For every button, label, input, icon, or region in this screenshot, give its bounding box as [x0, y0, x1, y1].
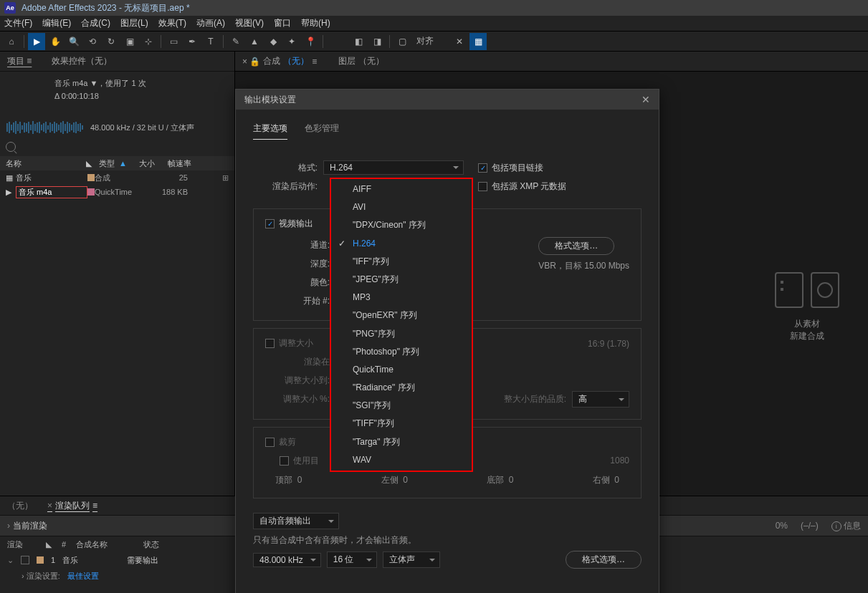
format-option[interactable]: "Targa" 序列	[331, 433, 472, 451]
tool-fill-icon[interactable]: ▦	[469, 33, 487, 50]
home-icon[interactable]: ⌂	[3, 33, 20, 50]
roto-tool-icon[interactable]: ✦	[283, 33, 300, 50]
puppet-tool-icon[interactable]: 📍	[302, 33, 319, 50]
menubar: 文件(F) 编辑(E) 合成(C) 图层(L) 效果(T) 动画(A) 视图(V…	[0, 16, 868, 32]
audio-mode-select[interactable]: 自动音频输出	[253, 513, 339, 529]
use-roi-checkbox[interactable]	[280, 456, 289, 466]
eraser-tool-icon[interactable]: ◆	[264, 33, 282, 50]
zoom-tool-icon[interactable]: 🔍	[65, 33, 82, 50]
crop-checkbox[interactable]	[265, 438, 275, 447]
tab-composition[interactable]: × 🔒 合成 （无） ≡	[242, 55, 317, 67]
render-checkbox[interactable]	[21, 556, 29, 564]
menu-effect[interactable]: 效果(T)	[158, 17, 186, 29]
audio-note: 只有当合成中含有音频时，才会输出音频。	[253, 534, 416, 546]
format-option[interactable]: QuickTime	[331, 361, 472, 379]
audio-bit-select[interactable]: 16 位	[327, 551, 377, 568]
rect-tool-icon[interactable]: ▭	[165, 33, 182, 50]
3d-icon[interactable]: ◧	[350, 33, 367, 50]
menu-help[interactable]: 帮助(H)	[301, 17, 330, 29]
app-logo: Ae	[4, 2, 16, 14]
video-output-checkbox[interactable]	[265, 219, 275, 228]
resize-quality-select[interactable]: 高	[572, 391, 629, 408]
camera-tool-icon[interactable]: ▣	[121, 33, 138, 50]
anchor-tool-icon[interactable]: ⊹	[140, 33, 157, 50]
format-option[interactable]: AIFF	[331, 180, 472, 198]
project-item[interactable]: ▶ 音乐 m4a QuickTime 188 KB	[0, 185, 234, 199]
tab-render-queue[interactable]: × 渲染队列 ≡	[47, 500, 97, 512]
current-render-label: 当前渲染	[13, 520, 47, 532]
format-option[interactable]: "TIFF"序列	[331, 415, 472, 433]
brush-tool-icon[interactable]: ✎	[227, 33, 244, 50]
new-comp-placeholder-icon	[775, 272, 839, 308]
tab-effect-controls[interactable]: 效果控件（无）	[52, 55, 112, 67]
audio-hz-select[interactable]: 48.000 kHz	[253, 553, 321, 567]
project-item[interactable]: ▦ 音乐 合成 25 ⊞	[0, 170, 234, 185]
format-option[interactable]: "IFF"序列	[331, 253, 472, 271]
menu-composition[interactable]: 合成(C)	[81, 17, 110, 29]
menu-window[interactable]: 窗口	[274, 17, 291, 29]
format-option[interactable]: H.264	[331, 235, 472, 253]
tool-x-icon[interactable]: ✕	[451, 33, 468, 50]
include-xmp-checkbox[interactable]	[478, 182, 487, 191]
placeholder-text: 新建合成	[775, 330, 839, 342]
selection-tool-icon[interactable]: ▶	[28, 33, 45, 50]
menu-view[interactable]: 视图(V)	[235, 17, 264, 29]
tab-timeline-none[interactable]: （无）	[7, 500, 33, 512]
audio-format-options-button[interactable]: 格式选项…	[566, 551, 642, 569]
snap-icon[interactable]: ▢	[394, 33, 411, 50]
format-option[interactable]: "JPEG"序列	[331, 271, 472, 289]
audio-spec: 48.000 kHz / 32 bit U / 立体声	[90, 122, 194, 133]
format-option[interactable]: "Photoshop" 序列	[331, 343, 472, 361]
pen-tool-icon[interactable]: ✒	[183, 33, 201, 50]
format-option[interactable]: MP3	[331, 289, 472, 307]
menu-file[interactable]: 文件(F)	[4, 17, 32, 29]
format-option[interactable]: "Radiance" 序列	[331, 379, 472, 397]
col-fps[interactable]: 帧速率	[168, 158, 191, 169]
tab-project[interactable]: 项目 ≡	[7, 55, 32, 67]
format-select[interactable]: H.264	[323, 160, 464, 175]
format-dropdown-list: AIFFAVI"DPX/Cineon" 序列H.264"IFF"序列"JPEG"…	[330, 178, 473, 472]
info-icon[interactable]: i	[831, 521, 841, 531]
format-option[interactable]: "OpenEXR" 序列	[331, 307, 472, 324]
toolbar: ⌂ ▶ ✋ 🔍 ⟲ ↻ ▣ ⊹ ▭ ✒ T ✎ ▲ ◆ ✦ 📍 ◧ ◨ ▢ 对齐…	[0, 32, 868, 52]
rotate-tool-icon[interactable]: ↻	[102, 33, 120, 50]
asset-name: 音乐 m4a ▼	[54, 79, 97, 87]
resize-checkbox[interactable]	[265, 339, 275, 348]
titlebar: Ae Adobe After Effects 2023 - 无标题项目.aep …	[0, 0, 868, 16]
placeholder-text: 从素材	[775, 318, 839, 330]
format-option[interactable]: "DPX/Cineon" 序列	[331, 216, 472, 234]
format-option[interactable]: "SGI"序列	[331, 397, 472, 415]
format-option[interactable]: "PNG"序列	[331, 325, 472, 343]
col-size[interactable]: 大小	[139, 158, 155, 169]
tab-main-options[interactable]: 主要选项	[253, 122, 287, 140]
orbit-tool-icon[interactable]: ⟲	[84, 33, 101, 50]
app-title: Adobe After Effects 2023 - 无标题项目.aep *	[22, 2, 190, 14]
search-icon[interactable]	[6, 142, 16, 152]
waveform-icon	[6, 120, 85, 135]
format-option[interactable]: AVI	[331, 198, 472, 216]
audio-channel-select[interactable]: 立体声	[383, 551, 440, 568]
text-tool-icon[interactable]: T	[202, 33, 219, 50]
menu-layer[interactable]: 图层(L)	[120, 17, 148, 29]
include-project-link-checkbox[interactable]	[478, 163, 487, 173]
format-label: 格式:	[253, 162, 318, 174]
format-options-button[interactable]: 格式选项…	[538, 237, 614, 255]
hand-tool-icon[interactable]: ✋	[47, 33, 64, 50]
dialog-title: 输出模块设置	[244, 94, 296, 106]
close-icon[interactable]: ✕	[642, 94, 650, 105]
menu-edit[interactable]: 编辑(E)	[42, 17, 71, 29]
tab-color-management[interactable]: 色彩管理	[305, 122, 339, 140]
col-name[interactable]: 名称	[6, 158, 22, 169]
tab-layer[interactable]: 图层 （无）	[338, 55, 383, 67]
3d-alt-icon[interactable]: ◨	[368, 33, 386, 50]
clone-tool-icon[interactable]: ▲	[246, 33, 263, 50]
asset-thumbnail	[9, 77, 49, 112]
menu-animation[interactable]: 动画(A)	[196, 17, 225, 29]
col-type[interactable]: 类型	[99, 158, 115, 169]
format-option[interactable]: WAV	[331, 451, 472, 469]
render-percent: 0%	[776, 521, 788, 531]
vbr-info: VBR，目标 15.00 Mbps	[538, 260, 629, 272]
render-settings-link[interactable]: 最佳设置	[67, 571, 99, 582]
render-elapsed: (–/–)	[801, 521, 819, 531]
asset-duration: Δ 0:00:10:18	[54, 90, 226, 103]
